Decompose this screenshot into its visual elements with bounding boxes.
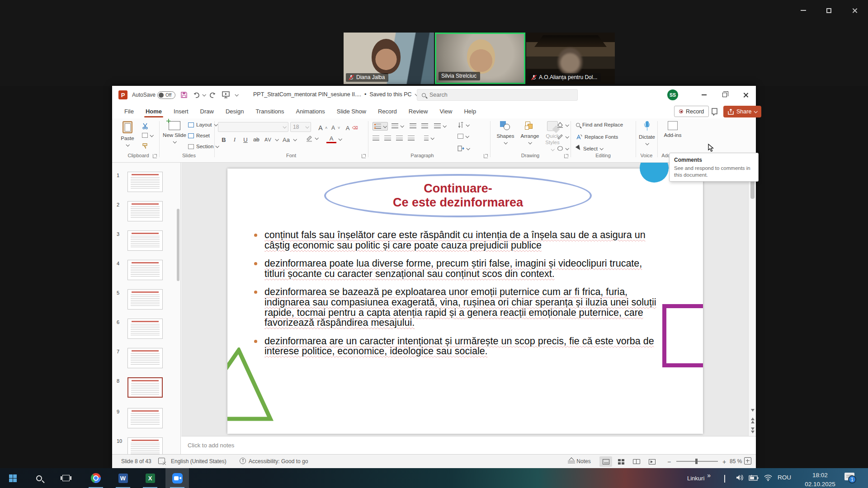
thumbnail-slide-10[interactable]: 10 (112, 437, 181, 454)
fit-slide-to-window-button[interactable] (744, 457, 751, 465)
scroll-down-arrow[interactable] (749, 407, 756, 414)
line-spacing-button[interactable] (434, 123, 446, 128)
clipboard-dialog-launcher[interactable] (153, 154, 157, 158)
close-button[interactable] (735, 86, 756, 104)
restore-button[interactable] (714, 86, 735, 104)
align-right-button[interactable] (396, 136, 403, 141)
links-overflow-chevron[interactable]: » (707, 472, 711, 479)
notes-pane[interactable]: Click to add notes (181, 436, 756, 454)
tab-design[interactable]: Design (220, 104, 250, 118)
section-button[interactable]: Section (188, 144, 218, 149)
thumbnail-slide-3[interactable]: 3 (112, 230, 181, 254)
font-color-button[interactable]: A (326, 135, 341, 143)
language-indicator[interactable]: ROU (778, 474, 791, 488)
align-center-button[interactable] (384, 136, 391, 141)
align-left-button[interactable] (373, 136, 379, 141)
participant-video-3[interactable]: A.O.Alianța pentru Dol... (526, 33, 615, 84)
accessibility-status[interactable]: Accessibility: Good to go (249, 458, 308, 465)
select-button[interactable]: Select (576, 145, 603, 152)
shape-outline-button[interactable] (557, 134, 568, 140)
user-avatar-badge[interactable]: SS (667, 89, 678, 100)
quick-access-overflow-chevron[interactable] (235, 93, 238, 96)
language-indicator[interactable]: English (United States) (171, 458, 226, 465)
slide-body-text[interactable]: conținut fals sau înșelător care este ră… (253, 230, 658, 365)
numbering-button[interactable] (392, 123, 403, 128)
thumbnail-slide-2[interactable]: 2 (112, 201, 181, 225)
reset-button[interactable]: Reset (188, 133, 210, 138)
thumbnail-slide-1[interactable]: 1 (112, 172, 181, 195)
clock[interactable]: 18:02 02.10.2025 (799, 471, 841, 488)
thumbnail-slide-9[interactable]: 9 (112, 408, 181, 432)
tab-view[interactable]: View (434, 104, 458, 118)
tab-record[interactable]: Record (372, 104, 403, 118)
thumbnail-slide-4[interactable]: 4 (112, 260, 181, 283)
tab-review[interactable]: Review (403, 104, 434, 118)
add-ins-button[interactable]: Add-ins (661, 121, 684, 138)
search-input[interactable] (429, 92, 556, 98)
paragraph-dialog-launcher[interactable] (484, 154, 488, 158)
thumbnail-slide-7[interactable]: 7 (112, 348, 181, 371)
strikethrough-button[interactable]: ab (251, 135, 261, 145)
font-dialog-launcher[interactable] (362, 154, 366, 158)
previous-slide-button[interactable] (749, 417, 756, 424)
share-button[interactable]: Share (723, 106, 761, 117)
arrange-button[interactable]: Arrange (518, 121, 542, 146)
find-replace-button[interactable]: Find and Replace (576, 122, 623, 127)
decrease-indent-button[interactable] (410, 123, 416, 128)
paste-button[interactable]: Paste (116, 121, 139, 148)
slide-scrollbar[interactable] (748, 163, 756, 436)
taskbar-word[interactable]: W (111, 468, 135, 488)
shape-fill-button[interactable] (557, 122, 568, 128)
zoom-slider[interactable] (676, 461, 718, 462)
thumbnail-slide-8-selected[interactable]: 8 (112, 377, 181, 401)
network-button[interactable] (764, 474, 772, 488)
undo-dropdown-chevron[interactable] (202, 93, 206, 96)
minimize-button[interactable] (693, 86, 714, 104)
tab-transitions[interactable]: Transitions (250, 104, 290, 118)
grow-font-button[interactable]: A˄ (316, 123, 327, 133)
undo-button[interactable] (192, 90, 202, 100)
underline-button[interactable]: U (241, 135, 250, 145)
participant-video-1[interactable]: Diana Jalba (344, 33, 434, 84)
reading-view-button[interactable] (630, 456, 643, 467)
text-highlight-button[interactable] (306, 135, 318, 142)
slide-sorter-view-button[interactable] (615, 456, 627, 467)
volume-button[interactable] (736, 474, 744, 488)
zoom-maximize-button[interactable] (822, 5, 835, 16)
saved-status[interactable]: Saved to this PC (369, 91, 411, 98)
clear-formatting-button[interactable]: A⌫ (343, 123, 358, 133)
task-view-button[interactable] (54, 468, 78, 488)
bullets-button[interactable] (373, 122, 388, 131)
next-slide-button[interactable] (749, 427, 756, 434)
taskbar-excel[interactable]: X (138, 468, 162, 488)
slideshow-view-button[interactable] (646, 456, 658, 467)
search-box[interactable] (417, 89, 578, 101)
slide-editor[interactable]: Continuare- Ce este dezinformarea conțin… (227, 169, 703, 434)
new-slide-button[interactable]: New Slide (163, 121, 186, 145)
redo-button[interactable] (207, 90, 217, 100)
participant-video-2-active-speaker[interactable]: Silvia Strelciuc (435, 33, 525, 84)
zoom-close-button[interactable] (848, 5, 862, 16)
tab-draw[interactable]: Draw (194, 104, 220, 118)
record-button[interactable]: Record (674, 106, 709, 117)
format-painter-button[interactable] (142, 143, 148, 149)
shape-effects-button[interactable] (557, 145, 568, 151)
zoom-slider-thumb[interactable] (695, 459, 698, 464)
zoom-minimize-button[interactable] (797, 5, 810, 16)
smartart-button[interactable] (458, 145, 469, 151)
purple-rectangle-shape[interactable] (662, 304, 703, 367)
shrink-font-button[interactable]: A˅ (328, 123, 340, 133)
links-toolbar[interactable]: Linkuri » (687, 468, 711, 488)
zoom-in-button[interactable]: + (722, 458, 726, 465)
green-triangle-shape[interactable] (227, 347, 277, 424)
save-button[interactable] (179, 90, 189, 100)
normal-view-button[interactable] (599, 456, 612, 467)
cut-button[interactable] (142, 123, 148, 129)
slide-title-ellipse[interactable]: Continuare- Ce este dezinformarea (324, 174, 592, 217)
spell-check-icon[interactable] (158, 458, 165, 464)
hidden-icons-button[interactable] (724, 476, 725, 488)
align-text-button[interactable] (458, 134, 468, 139)
battery-button[interactable] (749, 475, 759, 488)
replace-fonts-button[interactable]: Replace Fonts (576, 134, 618, 140)
zoom-level[interactable]: 85 % (730, 458, 742, 465)
